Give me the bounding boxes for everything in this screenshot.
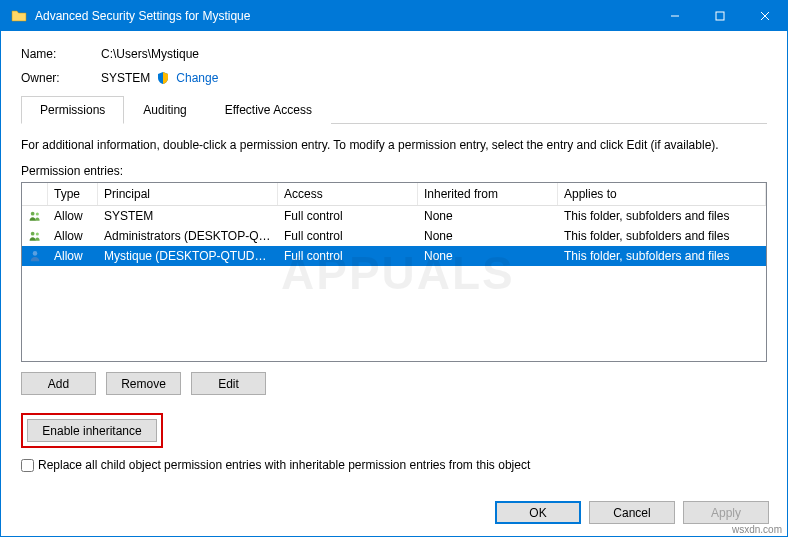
grid-header: Type Principal Access Inherited from App… [22,183,766,206]
replace-checkbox[interactable] [21,459,34,472]
window: Advanced Security Settings for Mystique … [0,0,788,537]
window-title: Advanced Security Settings for Mystique [35,9,652,23]
col-inherited[interactable]: Inherited from [418,183,558,205]
col-type[interactable]: Type [48,183,98,205]
ok-button[interactable]: OK [495,501,581,524]
owner-label: Owner: [21,71,101,85]
cell-principal: SYSTEM [98,208,278,224]
change-owner-link[interactable]: Change [176,71,218,85]
table-row[interactable]: AllowMystique (DESKTOP-QTUD8T...Full con… [22,246,766,266]
maximize-button[interactable] [697,1,742,31]
folder-icon [9,6,29,26]
shield-icon [156,71,170,85]
svg-point-5 [36,213,39,216]
cell-type: Allow [48,248,98,264]
permission-grid[interactable]: Type Principal Access Inherited from App… [21,182,767,362]
tab-effective-access[interactable]: Effective Access [206,96,331,124]
col-principal[interactable]: Principal [98,183,278,205]
cell-applies: This folder, subfolders and files [558,208,766,224]
cancel-button[interactable]: Cancel [589,501,675,524]
person-icon [22,248,48,264]
content: Name: C:\Users\Mystique Owner: SYSTEM Ch… [1,31,787,482]
col-access[interactable]: Access [278,183,418,205]
cell-principal: Administrators (DESKTOP-QT... [98,228,278,244]
cell-applies: This folder, subfolders and files [558,228,766,244]
cell-type: Allow [48,208,98,224]
tabs: Permissions Auditing Effective Access [21,95,767,124]
enable-inheritance-highlight: Enable inheritance [21,413,163,448]
replace-label: Replace all child object permission entr… [38,458,530,472]
remove-button[interactable]: Remove [106,372,181,395]
svg-point-7 [36,233,39,236]
cell-inherited: None [418,208,558,224]
cell-access: Full control [278,248,418,264]
people-icon [22,208,48,224]
name-value: C:\Users\Mystique [101,47,199,61]
info-text: For additional information, double-click… [21,138,767,152]
close-button[interactable] [742,1,787,31]
footer-buttons: OK Cancel Apply [495,501,769,524]
cell-principal: Mystique (DESKTOP-QTUD8T... [98,248,278,264]
people-icon [22,228,48,244]
tab-permissions[interactable]: Permissions [21,96,124,124]
apply-button[interactable]: Apply [683,501,769,524]
svg-point-6 [31,232,35,236]
enable-inheritance-button[interactable]: Enable inheritance [27,419,157,442]
edit-button[interactable]: Edit [191,372,266,395]
svg-point-8 [33,251,38,256]
cell-access: Full control [278,208,418,224]
col-icon[interactable] [22,183,48,205]
tab-auditing[interactable]: Auditing [124,96,205,124]
minimize-button[interactable] [652,1,697,31]
cell-inherited: None [418,228,558,244]
svg-point-4 [31,212,35,216]
titlebar: Advanced Security Settings for Mystique [1,1,787,31]
cell-applies: This folder, subfolders and files [558,248,766,264]
cell-access: Full control [278,228,418,244]
cell-type: Allow [48,228,98,244]
entries-label: Permission entries: [21,164,767,178]
cell-inherited: None [418,248,558,264]
name-label: Name: [21,47,101,61]
table-row[interactable]: AllowAdministrators (DESKTOP-QT...Full c… [22,226,766,246]
owner-value: SYSTEM [101,71,150,85]
col-applies[interactable]: Applies to [558,183,766,205]
add-button[interactable]: Add [21,372,96,395]
svg-rect-1 [716,12,724,20]
table-row[interactable]: AllowSYSTEMFull controlNoneThis folder, … [22,206,766,226]
